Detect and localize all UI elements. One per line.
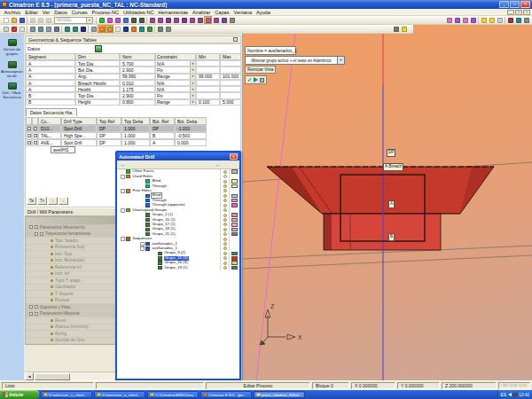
pin-red-icon[interactable] bbox=[10, 25, 18, 33]
pick-icon[interactable] bbox=[113, 16, 121, 24]
color-swatch[interactable] bbox=[231, 199, 238, 203]
model-mode-combo[interactable]: MODEL ▼ bbox=[54, 17, 93, 24]
hole-shaft[interactable] bbox=[324, 214, 441, 250]
color-swatch[interactable] bbox=[231, 213, 238, 217]
scroll-left-button[interactable]: ◀ bbox=[25, 372, 34, 380]
report-icon[interactable] bbox=[164, 25, 172, 33]
visibility-bulb-icon[interactable] bbox=[223, 242, 227, 246]
start-button[interactable]: Inicio bbox=[0, 390, 39, 399]
table-row[interactable]: AVE...Spot DrillDP1.000A0.000 bbox=[26, 139, 241, 146]
verify-icon[interactable] bbox=[156, 25, 164, 33]
pin-icon[interactable] bbox=[233, 37, 238, 42]
orbit-icon[interactable] bbox=[137, 16, 145, 24]
page-caret-icon[interactable] bbox=[2, 25, 10, 33]
visibility-bulb-icon[interactable] bbox=[223, 262, 227, 265]
tab-datos[interactable]: Datos bbox=[27, 44, 40, 53]
visibility-bulb-icon[interactable] bbox=[223, 204, 227, 207]
color-swatch[interactable] bbox=[231, 261, 238, 265]
tool-path-icon[interactable] bbox=[106, 25, 113, 33]
hide-icon[interactable] bbox=[44, 25, 52, 33]
menu-editar[interactable]: Editar bbox=[23, 10, 41, 15]
navy-tool-icon-2[interactable] bbox=[121, 25, 129, 33]
orange-tool-icon[interactable] bbox=[129, 25, 137, 33]
restore-button[interactable]: □ bbox=[510, 1, 520, 8]
visibility-bulb-icon[interactable] bbox=[223, 228, 227, 231]
navy-tool-icon[interactable] bbox=[79, 25, 87, 33]
menu-datos[interactable]: Datos bbox=[52, 10, 70, 15]
green-tool-icon[interactable] bbox=[145, 25, 153, 33]
checkbox[interactable] bbox=[34, 141, 37, 145]
drill-tool-icon-3[interactable] bbox=[164, 16, 172, 24]
zoom-icon[interactable] bbox=[121, 16, 129, 24]
chevron-down-icon[interactable]: ▼ bbox=[190, 87, 195, 91]
color-swatch[interactable] bbox=[231, 223, 238, 227]
nc-sim-icon-4[interactable] bbox=[469, 16, 477, 24]
checkbox[interactable] bbox=[34, 134, 37, 137]
stock-icon[interactable] bbox=[113, 25, 121, 33]
forward-arrow-icon[interactable]: → bbox=[215, 162, 220, 168]
drill-tool-icon-8[interactable] bbox=[212, 16, 220, 24]
bulb-off-icon[interactable] bbox=[496, 16, 504, 24]
light-icon[interactable] bbox=[400, 25, 408, 33]
chevron-down-icon[interactable]: ▼ bbox=[190, 61, 195, 66]
toolbar-caret-icon[interactable] bbox=[228, 16, 236, 24]
color-swatch[interactable] bbox=[231, 228, 238, 232]
tab-datos-secuencia[interactable]: Datos Secuencia Hta. bbox=[26, 108, 77, 116]
table-row[interactable]: D10...Spot DrillDP1.000DP-1.000 bbox=[26, 125, 241, 132]
visibility-bulb-icon[interactable] bbox=[223, 256, 227, 260]
redo-icon[interactable] bbox=[36, 16, 44, 24]
pan-icon[interactable] bbox=[129, 16, 137, 24]
mdi-restore-button[interactable]: □ bbox=[515, 10, 522, 15]
grid-view-icon[interactable] bbox=[514, 16, 522, 24]
taskbar-task-button[interactable]: Cimatron E 8.5 - [pri... bbox=[200, 391, 252, 398]
bulb-on-icon-2[interactable] bbox=[488, 16, 496, 24]
menu-capas[interactable]: Capas bbox=[213, 10, 231, 15]
table-row[interactable]: BHeight0.800Range▼0.1005.000 bbox=[26, 99, 241, 106]
visibility-bulb-icon[interactable] bbox=[223, 208, 227, 212]
shaded-icon[interactable] bbox=[36, 25, 44, 33]
menu-archivo[interactable]: Archivo bbox=[2, 10, 23, 15]
drill-tool-icon-1[interactable] bbox=[148, 16, 156, 24]
menu-analizar[interactable]: Analizar bbox=[191, 10, 213, 15]
taskbar-task-button[interactable]: pieza_taladros_306.b... bbox=[254, 391, 305, 398]
3d-viewport[interactable]: Z X Nombre = avellanados_1 Mostrar grupo… bbox=[243, 25, 532, 380]
table-row[interactable]: AHeight1.175N/A▼ bbox=[26, 86, 241, 92]
mdi-close-button[interactable]: × bbox=[523, 10, 530, 15]
display-mode-combo[interactable]: Mostrar grupo activo + el resto en Alámb… bbox=[245, 56, 345, 65]
color-swatch[interactable] bbox=[231, 232, 238, 237]
chevron-down-icon[interactable]: ▼ bbox=[337, 57, 344, 64]
visibility-bulb-icon[interactable] bbox=[223, 194, 227, 198]
language-indicator[interactable]: ES bbox=[501, 393, 506, 397]
taskbar-task-button[interactable]: D:\atencion_a_client... bbox=[94, 391, 145, 398]
chevron-down-icon[interactable]: ▼ bbox=[190, 93, 195, 98]
sequence-tool-button-2[interactable]: ↑ bbox=[48, 197, 58, 205]
undo-icon[interactable] bbox=[28, 16, 36, 24]
visibility-bulb-icon[interactable] bbox=[223, 170, 227, 174]
teal-tool-icon-2[interactable] bbox=[71, 25, 79, 33]
menu-ver[interactable]: Ver bbox=[40, 10, 51, 15]
measure-icon[interactable] bbox=[506, 16, 514, 24]
reset-view-button[interactable]: Reiniciar Vista bbox=[245, 66, 276, 74]
chevron-down-icon[interactable]: ▼ bbox=[190, 100, 195, 105]
sequence-tool-button-3[interactable]: ↓ bbox=[59, 197, 68, 205]
clip-icon[interactable] bbox=[52, 25, 60, 33]
list-view-icon[interactable] bbox=[522, 16, 530, 24]
active-tool-icon[interactable] bbox=[98, 25, 106, 33]
chevron-down-icon[interactable]: ▼ bbox=[190, 74, 195, 79]
filter-icon[interactable] bbox=[44, 16, 52, 24]
table-row[interactable]: TAL...High Spe...DP1.000B-0.500 bbox=[26, 132, 241, 139]
dialog-title-bar[interactable]: Automated Drill × bbox=[117, 153, 239, 160]
color-swatch[interactable] bbox=[231, 169, 238, 174]
open-folder-icon[interactable] bbox=[10, 16, 18, 24]
options-icon[interactable] bbox=[260, 78, 264, 82]
nc-sim-icon-3[interactable] bbox=[461, 16, 469, 24]
preview-icon[interactable] bbox=[254, 77, 258, 82]
visibility-bulb-icon[interactable] bbox=[223, 246, 227, 250]
display-icon[interactable] bbox=[98, 16, 106, 24]
drill-tool-icon-7[interactable] bbox=[196, 16, 204, 24]
color-swatch[interactable] bbox=[231, 194, 238, 199]
color-swatch[interactable] bbox=[231, 203, 238, 207]
minimize-button[interactable]: _ bbox=[499, 1, 509, 8]
bulb-on-icon[interactable] bbox=[480, 16, 488, 24]
visibility-bulb-icon[interactable] bbox=[223, 214, 227, 217]
